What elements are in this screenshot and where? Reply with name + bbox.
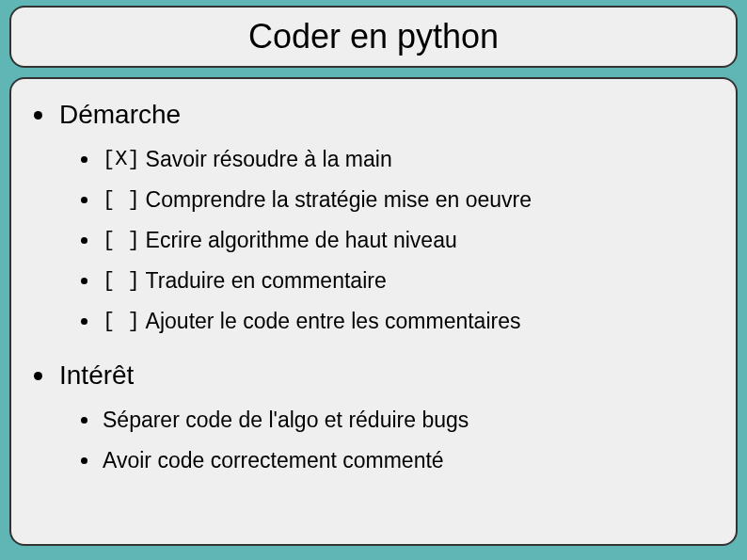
list-item: [ ] Traduire en commentaire — [81, 268, 713, 294]
list-item-text: Avoir code correctement commenté — [103, 448, 444, 473]
bullet-icon — [81, 278, 87, 284]
plain-list: Séparer code de l'algo et réduire bugs A… — [81, 408, 713, 473]
bullet-icon — [81, 457, 87, 464]
bullet-icon — [81, 417, 87, 424]
title-panel: Coder en python — [9, 6, 738, 68]
section-heading-row: Intérêt — [34, 360, 713, 391]
list-item: Séparer code de l'algo et réduire bugs — [81, 408, 713, 433]
content-panel: Démarche [X] Savoir résoudre à la main [… — [9, 77, 738, 546]
list-item-text: Traduire en commentaire — [146, 268, 387, 294]
list-item: [ ] Ecrire algorithme de haut niveau — [81, 228, 713, 253]
checkbox-marker: [X] — [103, 148, 140, 171]
list-item: Avoir code correctement commenté — [81, 448, 713, 473]
checkbox-marker: [ ] — [103, 229, 140, 252]
list-item-text: Savoir résoudre à la main — [146, 147, 392, 172]
checkbox-marker: [ ] — [103, 188, 140, 212]
section-heading: Intérêt — [59, 360, 134, 391]
section-heading-row: Démarche — [34, 100, 713, 130]
checkbox-marker: [ ] — [103, 310, 140, 333]
section-heading: Démarche — [59, 100, 181, 130]
bullet-icon — [34, 111, 42, 120]
list-item-text: Séparer code de l'algo et réduire bugs — [103, 408, 469, 433]
bullet-icon — [34, 372, 42, 380]
list-item: [X] Savoir résoudre à la main — [81, 147, 713, 172]
bullet-icon — [81, 197, 87, 203]
list-item: [ ] Ajouter le code entre les commentair… — [81, 309, 713, 334]
bullet-icon — [81, 237, 87, 244]
list-item-text: Ecrire algorithme de haut niveau — [146, 228, 457, 253]
list-item-text: Comprendre la stratégie mise en oeuvre — [146, 187, 532, 213]
list-item-text: Ajouter le code entre les commentaires — [146, 309, 521, 334]
checkbox-marker: [ ] — [103, 269, 140, 293]
checklist: [X] Savoir résoudre à la main [ ] Compre… — [81, 147, 713, 334]
list-item: [ ] Comprendre la stratégie mise en oeuv… — [81, 187, 713, 213]
slide-title: Coder en python — [248, 17, 499, 56]
bullet-icon — [81, 318, 87, 325]
bullet-icon — [81, 156, 87, 163]
